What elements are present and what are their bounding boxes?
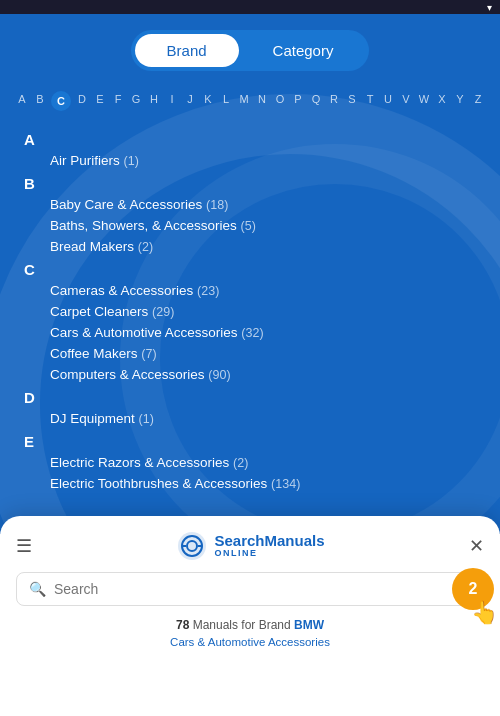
alpha-letter-b[interactable]: B (33, 91, 47, 111)
list-item[interactable]: Baths, Showers, & Accessories (5) (50, 217, 476, 234)
section-letter-e: E (24, 433, 44, 450)
list-item[interactable]: Computers & Accessories (90) (50, 366, 476, 383)
alpha-letter-m[interactable]: M (237, 91, 251, 111)
alpha-letter-g[interactable]: G (129, 91, 143, 111)
list-item[interactable]: Bread Makers (2) (50, 238, 476, 255)
alpha-letter-n[interactable]: N (255, 91, 269, 111)
list-item[interactable]: Air Purifiers (1) (50, 152, 476, 169)
alpha-letter-i[interactable]: I (165, 91, 179, 111)
logo-svg (176, 530, 208, 562)
alpha-letter-f[interactable]: F (111, 91, 125, 111)
alpha-letter-q[interactable]: Q (309, 91, 323, 111)
search-icon: 🔍 (29, 581, 46, 597)
alpha-letter-z[interactable]: Z (471, 91, 485, 111)
bottom-modal: ☰ SearchManuals ONLINE ✕ 🔍 2 👆 (0, 516, 500, 716)
result-category-link[interactable]: Cars & Automotive Accessories (0, 634, 500, 651)
badge-container: 2 👆 (452, 568, 494, 610)
section-items-e: Electric Razors & Accessories (2)Electri… (24, 454, 476, 492)
alpha-letter-u[interactable]: U (381, 91, 395, 111)
section-letter-a: A (24, 131, 44, 148)
logo-main-text: SearchManuals (214, 533, 324, 550)
alpha-letter-h[interactable]: H (147, 91, 161, 111)
alpha-letter-l[interactable]: L (219, 91, 233, 111)
result-count: 78 (176, 618, 189, 632)
modal-header: ☰ SearchManuals ONLINE ✕ (0, 516, 500, 572)
list-item[interactable]: Cars & Automotive Accessories (32) (50, 324, 476, 341)
alpha-letter-k[interactable]: K (201, 91, 215, 111)
alpha-letter-c[interactable]: C (51, 91, 71, 111)
alpha-letter-t[interactable]: T (363, 91, 377, 111)
section-letter-b: B (24, 175, 44, 192)
section-items-a: Air Purifiers (1) (24, 152, 476, 169)
alpha-letter-j[interactable]: J (183, 91, 197, 111)
search-input-wrapper: 🔍 (16, 572, 484, 606)
alpha-letter-w[interactable]: W (417, 91, 431, 111)
logo-sub-text: ONLINE (214, 549, 324, 559)
section-b: BBaby Care & Accessories (18)Baths, Show… (24, 175, 476, 255)
list-item[interactable]: Electric Razors & Accessories (2) (50, 454, 476, 471)
alpha-letter-p[interactable]: P (291, 91, 305, 111)
result-text: 78 Manuals for Brand BMW Cars & Automoti… (0, 616, 500, 651)
list-item[interactable]: Cameras & Accessories (23) (50, 282, 476, 299)
alpha-letter-a[interactable]: A (15, 91, 29, 111)
alpha-letter-v[interactable]: V (399, 91, 413, 111)
section-letter-c: C (24, 261, 44, 278)
brand-toggle-button[interactable]: Brand (135, 34, 239, 67)
section-c: CCameras & Accessories (23)Carpet Cleane… (24, 261, 476, 383)
alpha-letter-r[interactable]: R (327, 91, 341, 111)
section-items-d: DJ Equipment (1) (24, 410, 476, 427)
alpha-letter-s[interactable]: S (345, 91, 359, 111)
top-bar: ▾ (0, 0, 500, 14)
section-items-b: Baby Care & Accessories (18)Baths, Showe… (24, 196, 476, 255)
alpha-letter-y[interactable]: Y (453, 91, 467, 111)
alpha-letter-o[interactable]: O (273, 91, 287, 111)
list-item[interactable]: Baby Care & Accessories (18) (50, 196, 476, 213)
list-item[interactable]: Carpet Cleaners (29) (50, 303, 476, 320)
section-letter-d: D (24, 389, 44, 406)
alpha-letter-d[interactable]: D (75, 91, 89, 111)
cursor-icon: 👆 (471, 600, 498, 626)
section-items-c: Cameras & Accessories (23)Carpet Cleaner… (24, 282, 476, 383)
list-item[interactable]: DJ Equipment (1) (50, 410, 476, 427)
list-item[interactable]: Coffee Makers (7) (50, 345, 476, 362)
logo-text-container: SearchManuals ONLINE (214, 533, 324, 559)
section-d: DDJ Equipment (1) (24, 389, 476, 427)
close-icon[interactable]: ✕ (469, 535, 484, 557)
alphabet-nav: ABCDEFGHIJKLMNOPQRSTUVWXYZ (0, 85, 500, 123)
menu-icon[interactable]: ☰ (16, 535, 32, 557)
chevron-icon[interactable]: ▾ (487, 2, 492, 13)
alpha-letter-e[interactable]: E (93, 91, 107, 111)
main-content: Brand Category ABCDEFGHIJKLMNOPQRSTUVWXY… (0, 14, 500, 534)
alpha-letter-x[interactable]: X (435, 91, 449, 111)
toggle-container: Brand Category (0, 14, 500, 85)
result-label: Manuals for Brand (193, 618, 294, 632)
section-a: AAir Purifiers (1) (24, 131, 476, 169)
list-item[interactable]: Electric Toothbrushes & Accessories (134… (50, 475, 476, 492)
search-container: 🔍 2 👆 (16, 572, 484, 606)
toggle-group: Brand Category (131, 30, 370, 71)
category-list: AAir Purifiers (1)BBaby Care & Accessori… (0, 123, 500, 514)
search-input[interactable] (54, 581, 471, 597)
modal-logo: SearchManuals ONLINE (176, 530, 324, 562)
section-e: EElectric Razors & Accessories (2)Electr… (24, 433, 476, 492)
category-toggle-button[interactable]: Category (241, 34, 366, 67)
result-brand: BMW (294, 618, 324, 632)
